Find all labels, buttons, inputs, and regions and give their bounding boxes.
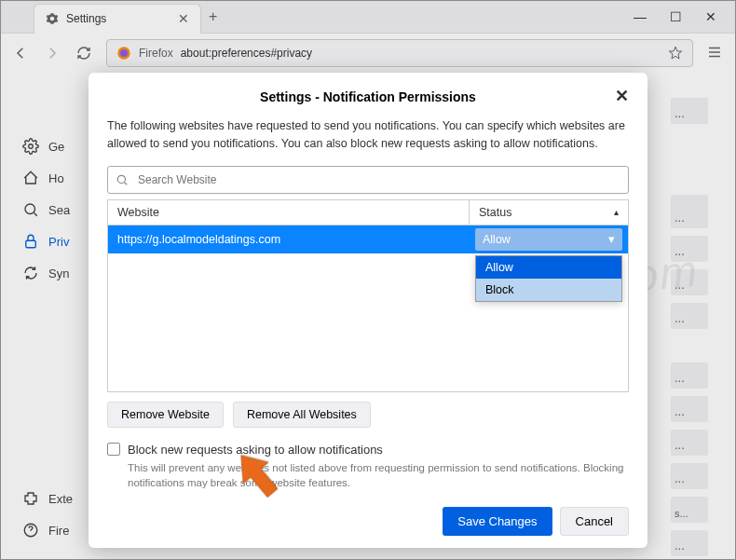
block-requests-checkbox[interactable] [107, 443, 120, 456]
search-icon [116, 173, 129, 186]
dialog-title: Settings - Notification Permissions ✕ [107, 86, 629, 117]
sort-arrow-icon: ▴ [614, 207, 619, 217]
dialog-description: The following websites have requested to… [107, 117, 629, 153]
cancel-button[interactable]: Cancel [560, 507, 629, 536]
search-website-field[interactable] [107, 166, 629, 194]
column-status[interactable]: Status ▴ [470, 200, 628, 225]
search-input[interactable] [134, 170, 620, 190]
close-icon[interactable]: ✕ [615, 86, 629, 106]
table-row[interactable]: https://g.localmodeldatings.com Allow ▾ [108, 225, 628, 253]
remove-all-websites-button[interactable]: Remove All Websites [233, 402, 371, 428]
table-header: Website Status ▴ [107, 199, 629, 225]
status-dropdown-menu: Allow Block [475, 255, 622, 302]
dropdown-option-block[interactable]: Block [476, 279, 621, 301]
remove-website-button[interactable]: Remove Website [107, 402, 224, 428]
website-table: https://g.localmodeldatings.com Allow ▾ … [107, 225, 629, 392]
save-changes-button[interactable]: Save Changes [443, 507, 552, 536]
svg-point-5 [117, 175, 125, 183]
column-website[interactable]: Website [108, 200, 470, 225]
block-requests-label: Block new requests asking to allow notif… [128, 443, 383, 457]
block-requests-description: This will prevent any websites not liste… [128, 460, 629, 490]
dropdown-option-allow[interactable]: Allow [476, 256, 621, 279]
notification-permissions-dialog: Settings - Notification Permissions ✕ Th… [89, 73, 647, 548]
chevron-down-icon: ▾ [608, 232, 615, 246]
website-url: https://g.localmodeldatings.com [108, 233, 470, 246]
status-dropdown[interactable]: Allow ▾ [475, 228, 622, 251]
